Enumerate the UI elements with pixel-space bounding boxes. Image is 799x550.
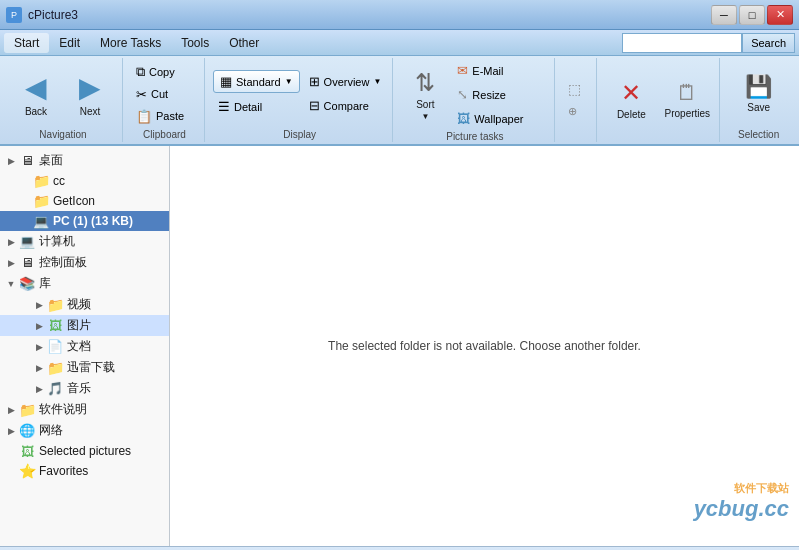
ribbon-group-selection: 💾 Save Selection	[722, 58, 795, 142]
search-area: Search	[622, 33, 795, 53]
close-button[interactable]: ✕	[767, 5, 793, 25]
delete-button[interactable]: ✕ Delete	[605, 68, 657, 130]
wallpaper-label: Wallpaper	[474, 113, 523, 125]
option-button[interactable]: ⊕	[563, 102, 590, 121]
tree-item-pics[interactable]: ▶ 🖼 图片	[0, 315, 169, 336]
tree-item-selected-pictures[interactable]: 🖼 Selected pictures	[0, 441, 169, 461]
expand-control[interactable]: ▶	[4, 256, 18, 270]
app-icon: P	[6, 7, 22, 23]
tree-item-favorites[interactable]: ⭐ Favorites	[0, 461, 169, 481]
folder-cc-icon: 📁	[32, 173, 50, 189]
tree-item-network[interactable]: ▶ 🌐 网络	[0, 420, 169, 441]
resize-button[interactable]: ⤡ Resize	[452, 84, 528, 105]
tree-label-control: 控制面板	[39, 254, 87, 271]
maximize-button[interactable]: □	[739, 5, 765, 25]
tree-label-network: 网络	[39, 422, 63, 439]
ribbon-group-clipboard: ⧉ Copy ✂ Cut 📋 Paste Clipboard	[125, 58, 205, 142]
tree-item-cc[interactable]: 📁 cc	[0, 171, 169, 191]
display-group-label: Display	[213, 127, 386, 140]
email-label: E-Mail	[472, 65, 503, 77]
menu-item-more-tasks[interactable]: More Tasks	[90, 33, 171, 53]
expand-docs[interactable]: ▶	[32, 340, 46, 354]
menu-item-start[interactable]: Start	[4, 33, 49, 53]
next-button[interactable]: ▶ Next	[64, 63, 116, 125]
tab-icon: ⬚	[568, 81, 581, 97]
control-icon: 🖥	[18, 255, 36, 271]
clipboard-group-label: Clipboard	[131, 127, 198, 140]
expand-pc[interactable]	[18, 214, 32, 228]
expand-pics[interactable]: ▶	[32, 319, 46, 333]
expand-cc[interactable]	[18, 174, 32, 188]
tree-item-library[interactable]: ▼ 📚 库	[0, 273, 169, 294]
resize-label: Resize	[472, 89, 506, 101]
download-icon: 📁	[46, 360, 64, 376]
expand-favorites[interactable]	[4, 464, 18, 478]
tree-item-computer[interactable]: ▶ 💻 计算机	[0, 231, 169, 252]
expand-software[interactable]: ▶	[4, 403, 18, 417]
sort-label: Sort	[416, 99, 434, 110]
delete-label: Delete	[617, 109, 646, 120]
tree-label-desktop: 桌面	[39, 152, 63, 169]
properties-button[interactable]: 🗒 Properties	[661, 68, 713, 130]
tree-item-docs[interactable]: ▶ 📄 文档	[0, 336, 169, 357]
menu-item-tools[interactable]: Tools	[171, 33, 219, 53]
compare-button[interactable]: ⊟ Compare	[304, 95, 387, 116]
tree-label-docs: 文档	[67, 338, 91, 355]
picture-task-buttons: ⇅ Sort ▼ ✉ E-Mail ⤡ Resize 🖼 Wallpaper	[401, 60, 548, 129]
tree-item-video[interactable]: ▶ 📁 视频	[0, 294, 169, 315]
expand-selected[interactable]	[4, 444, 18, 458]
paste-label: Paste	[156, 110, 184, 122]
tree-label-computer: 计算机	[39, 233, 75, 250]
paste-icon: 📋	[136, 109, 152, 124]
tab-button[interactable]: ⬚	[563, 78, 590, 100]
detail-button[interactable]: ☰ Detail	[213, 96, 300, 117]
tree-item-desktop[interactable]: ▶ 🖥 桌面	[0, 150, 169, 171]
expand-download[interactable]: ▶	[32, 361, 46, 375]
tree-item-music[interactable]: ▶ 🎵 音乐	[0, 378, 169, 399]
expand-geticon[interactable]	[18, 194, 32, 208]
back-button[interactable]: ◀ Back	[10, 63, 62, 125]
computer-icon: 💻	[18, 234, 36, 250]
tree-label-geticon: GetIcon	[53, 194, 95, 208]
tree-label-favorites: Favorites	[39, 464, 88, 478]
expand-computer[interactable]: ▶	[4, 235, 18, 249]
tree-item-control[interactable]: ▶ 🖥 控制面板	[0, 252, 169, 273]
tree-item-software[interactable]: ▶ 📁 软件说明	[0, 399, 169, 420]
save-button[interactable]: 💾 Save	[733, 66, 785, 121]
copy-button[interactable]: ⧉ Copy	[131, 61, 198, 83]
window-title: cPicture3	[28, 8, 711, 22]
save-label: Save	[747, 102, 770, 113]
wallpaper-button[interactable]: 🖼 Wallpaper	[452, 108, 528, 129]
search-input[interactable]	[622, 33, 742, 53]
expand-library[interactable]: ▼	[4, 277, 18, 291]
tree-item-download[interactable]: ▶ 📁 迅雷下载	[0, 357, 169, 378]
menu-item-other[interactable]: Other	[219, 33, 269, 53]
tree-label-video: 视频	[67, 296, 91, 313]
sort-button[interactable]: ⇅ Sort ▼	[401, 64, 449, 126]
view-mode-buttons: ▦ Standard ▼ ☰ Detail	[213, 70, 300, 117]
expand-desktop[interactable]: ▶	[4, 154, 18, 168]
folder-geticon-icon: 📁	[32, 193, 50, 209]
menu-item-edit[interactable]: Edit	[49, 33, 90, 53]
minimize-button[interactable]: ─	[711, 5, 737, 25]
tree-item-pc[interactable]: 💻 PC (1) (13 KB)	[0, 211, 169, 231]
email-button[interactable]: ✉ E-Mail	[452, 60, 528, 81]
tree-item-geticon[interactable]: 📁 GetIcon	[0, 191, 169, 211]
tree-label-cc: cc	[53, 174, 65, 188]
cut-icon: ✂	[136, 87, 147, 102]
standard-button[interactable]: ▦ Standard ▼	[213, 70, 300, 93]
expand-video[interactable]: ▶	[32, 298, 46, 312]
watermark-line1: 软件下载站	[694, 481, 789, 496]
search-button[interactable]: Search	[742, 33, 795, 53]
cut-button[interactable]: ✂ Cut	[131, 84, 198, 105]
standard-label: Standard	[236, 76, 281, 88]
ribbon-group-navigation: ◀ Back ▶ Next Navigation	[4, 58, 123, 142]
expand-music[interactable]: ▶	[32, 382, 46, 396]
tree-label-pics: 图片	[67, 317, 91, 334]
next-label: Next	[80, 106, 101, 117]
overview-button[interactable]: ⊞ Overview ▼	[304, 71, 387, 92]
expand-network[interactable]: ▶	[4, 424, 18, 438]
ribbon-group-extra: ⬚ ⊕	[557, 58, 597, 142]
paste-button[interactable]: 📋 Paste	[131, 106, 198, 127]
content-area: ▶ 🖥 桌面 📁 cc 📁 GetIcon 💻 PC (1) (13 KB) ▶…	[0, 146, 799, 546]
